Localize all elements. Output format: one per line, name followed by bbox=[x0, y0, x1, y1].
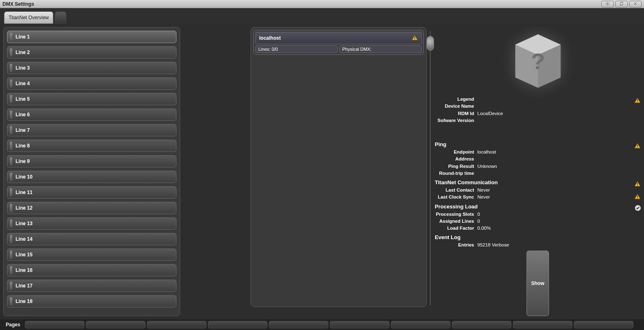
line-item-5[interactable]: Line 5 bbox=[7, 93, 176, 105]
node-card[interactable]: localhost Lines: 0/0 Physical DMX: bbox=[253, 30, 424, 55]
drag-handle-icon bbox=[10, 173, 12, 181]
line-item-label: Line 17 bbox=[16, 283, 32, 289]
node-host-label: localhost bbox=[259, 35, 281, 41]
line-item-label: Line 4 bbox=[16, 81, 30, 86]
line-item-label: Line 15 bbox=[16, 252, 32, 258]
rtt-label: Round-trip time bbox=[435, 170, 476, 177]
drag-handle-icon bbox=[10, 204, 12, 212]
page-slot[interactable] bbox=[147, 321, 206, 328]
legend-label: Legend bbox=[435, 96, 476, 103]
line-item-label: Line 10 bbox=[16, 174, 32, 180]
gear-icon bbox=[605, 0, 610, 8]
window-title: DMX Settings bbox=[2, 1, 34, 7]
drag-handle-icon bbox=[10, 126, 12, 134]
line-item-17[interactable]: Line 17 bbox=[7, 280, 176, 292]
legend-value bbox=[476, 96, 477, 103]
line-item-18[interactable]: Line 18 bbox=[7, 295, 176, 307]
line-item-label: Line 1 bbox=[16, 34, 30, 40]
line-item-label: Line 9 bbox=[16, 158, 30, 164]
refresh-button[interactable] bbox=[615, 1, 628, 7]
line-item-label: Line 3 bbox=[16, 65, 30, 71]
drag-handle-icon bbox=[10, 79, 12, 88]
drag-handle-icon bbox=[10, 95, 12, 103]
comm-block: TitanNet Communication Last ContactNever… bbox=[435, 179, 641, 201]
line-item-13[interactable]: Line 13 bbox=[7, 217, 176, 230]
settings-button[interactable] bbox=[601, 1, 614, 7]
warning-icon bbox=[634, 194, 641, 199]
line-item-6[interactable]: Line 6 bbox=[7, 108, 176, 121]
svg-text:?: ? bbox=[531, 48, 545, 74]
drag-handle-icon bbox=[10, 235, 12, 243]
page-slot[interactable] bbox=[574, 321, 633, 328]
divider-handle[interactable] bbox=[427, 36, 434, 51]
line-item-15[interactable]: Line 15 bbox=[7, 249, 176, 261]
rtt-value bbox=[476, 170, 477, 177]
title-bar: DMX Settings bbox=[0, 0, 644, 8]
line-item-label: Line 12 bbox=[16, 205, 32, 211]
refresh-icon bbox=[619, 0, 624, 8]
page-slot[interactable] bbox=[25, 321, 84, 328]
warning-icon bbox=[411, 35, 418, 41]
last-contact-label: Last Contact bbox=[435, 187, 476, 194]
last-clock-label: Last Clock Sync bbox=[435, 194, 476, 201]
line-item-16[interactable]: Line 16 bbox=[7, 264, 176, 276]
close-button[interactable] bbox=[629, 1, 642, 7]
drag-handle-icon bbox=[10, 188, 12, 197]
ping-heading: Ping bbox=[435, 141, 641, 147]
page-slot[interactable] bbox=[391, 321, 450, 328]
endpoint-label: Endpoint Address bbox=[435, 149, 476, 163]
rdm-id-label: RDM Id bbox=[435, 110, 476, 117]
slots-label: Processing Slots bbox=[435, 211, 476, 218]
line-item-10[interactable]: Line 10 bbox=[7, 171, 176, 183]
drag-handle-icon bbox=[10, 282, 12, 290]
line-item-11[interactable]: Line 11 bbox=[7, 186, 176, 199]
line-item-9[interactable]: Line 9 bbox=[7, 155, 176, 167]
ping-block: Ping Endpoint Addresslocalhost Ping Resu… bbox=[435, 141, 641, 177]
page-slot[interactable] bbox=[452, 321, 511, 328]
drag-handle-icon bbox=[10, 111, 12, 119]
line-item-2[interactable]: Line 2 bbox=[7, 46, 176, 59]
page-slot[interactable] bbox=[208, 321, 267, 328]
line-item-8[interactable]: Line 8 bbox=[7, 140, 176, 152]
page-slot[interactable] bbox=[513, 321, 572, 328]
line-item-7[interactable]: Line 7 bbox=[7, 124, 176, 136]
page-slot[interactable] bbox=[269, 321, 328, 328]
close-icon bbox=[633, 0, 638, 8]
line-item-label: Line 16 bbox=[16, 267, 32, 273]
drag-handle-icon bbox=[10, 142, 12, 150]
page-slot[interactable] bbox=[86, 321, 145, 328]
ok-icon bbox=[635, 205, 641, 211]
warning-icon bbox=[634, 143, 641, 149]
endpoint-value: localhost bbox=[476, 149, 496, 163]
line-item-14[interactable]: Line 14 bbox=[7, 233, 176, 245]
line-item-3[interactable]: Line 3 bbox=[7, 62, 176, 74]
line-item-1[interactable]: Line 1 bbox=[7, 31, 176, 43]
tab-empty[interactable] bbox=[55, 11, 66, 24]
drag-handle-icon bbox=[10, 48, 12, 57]
drag-handle-icon bbox=[10, 157, 12, 165]
node-panel: localhost Lines: 0/0 Physical DMX: bbox=[251, 27, 427, 307]
node-physical-text: Physical DMX: bbox=[342, 47, 372, 52]
comm-heading: TitanNet Communication bbox=[435, 179, 641, 185]
show-button-label: Show bbox=[531, 280, 545, 286]
line-item-4[interactable]: Line 4 bbox=[7, 77, 176, 90]
assigned-label: Assigned Lines bbox=[435, 218, 476, 225]
show-button[interactable]: Show bbox=[526, 251, 549, 316]
last-contact-value: Never bbox=[476, 187, 490, 194]
warning-icon bbox=[634, 97, 641, 103]
footer-bar: Pages bbox=[0, 319, 644, 330]
detail-panel: ? Legend Device Name RDM IdLocalDevice S… bbox=[435, 27, 641, 316]
entries-label: Entries bbox=[435, 242, 476, 249]
line-item-label: Line 14 bbox=[16, 236, 32, 242]
node-header: localhost bbox=[255, 32, 422, 44]
drag-handle-icon bbox=[10, 33, 12, 41]
device-name-value bbox=[476, 103, 477, 110]
factor-label: Load Factor bbox=[435, 225, 476, 232]
line-item-label: Line 11 bbox=[16, 190, 32, 195]
factor-value: 0.00% bbox=[476, 225, 491, 232]
page-slot[interactable] bbox=[330, 321, 389, 328]
line-item-12[interactable]: Line 12 bbox=[7, 202, 176, 214]
tab-titannet-overview[interactable]: TitanNet Overview bbox=[4, 11, 53, 24]
node-lines-field: Lines: 0/0 bbox=[255, 45, 338, 53]
lines-panel: Line 1Line 2Line 3Line 4Line 5Line 6Line… bbox=[3, 27, 180, 316]
